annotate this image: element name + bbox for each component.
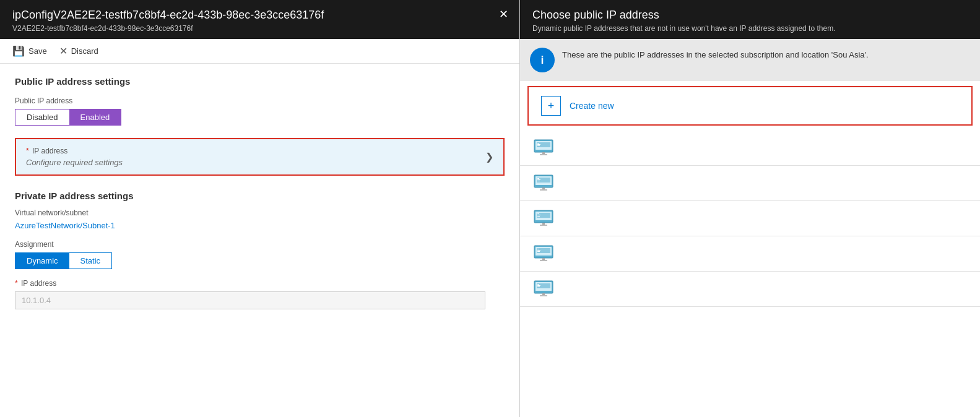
public-ip-field-label: Public IP address	[15, 97, 505, 105]
create-new-label: Create new	[570, 101, 614, 111]
vnet-label: Virtual network/subnet	[15, 208, 505, 217]
resource-icon-1	[532, 137, 555, 159]
list-item[interactable]	[520, 131, 980, 166]
resource-icon-5	[532, 278, 555, 300]
assignment-toggle-group: Dynamic Static	[15, 252, 112, 269]
svg-rect-4	[537, 144, 540, 145]
list-item[interactable]	[520, 201, 980, 236]
svg-rect-19	[537, 213, 539, 214]
assignment-label: Assignment	[15, 240, 505, 249]
svg-rect-27	[537, 249, 539, 249]
left-panel-subtitle: V2AE2E2-testfb7c8bf4-ec2d-433b-98ec-3e3c…	[12, 24, 507, 33]
create-new-row[interactable]: + Create new	[527, 86, 973, 126]
static-toggle-button[interactable]: Static	[69, 253, 112, 269]
svg-rect-20	[537, 215, 540, 215]
right-header: Choose public IP address Dynamic public …	[520, 0, 980, 39]
resource-icon-3	[532, 207, 555, 230]
private-ip-section-title: Private IP address settings	[15, 191, 505, 201]
svg-rect-38	[542, 293, 545, 295]
left-panel-title: ipConfigV2AE2E2-testfb7c8bf4-ec2d-433b-9…	[12, 9, 507, 22]
discard-icon: ✕	[59, 45, 67, 57]
required-star-private: *	[15, 279, 18, 288]
ip-address-row-label: * IP address	[26, 147, 123, 155]
resource-icon-2	[532, 172, 555, 194]
left-panel: ipConfigV2AE2E2-testfb7c8bf4-ec2d-433b-9…	[0, 0, 520, 417]
info-icon: i	[530, 48, 555, 72]
plus-icon: +	[541, 96, 561, 116]
svg-rect-22	[542, 223, 545, 225]
resource-icon-4	[532, 243, 555, 265]
right-panel-subtitle: Dynamic public IP addresses that are not…	[532, 24, 968, 33]
private-ip-input[interactable]	[15, 291, 485, 309]
save-icon: 💾	[12, 45, 25, 57]
info-banner: i These are the public IP addresses in t…	[520, 39, 980, 81]
svg-rect-31	[540, 260, 547, 261]
svg-rect-37	[537, 286, 540, 287]
enabled-toggle-button[interactable]: Enabled	[69, 110, 121, 125]
svg-rect-12	[537, 179, 540, 180]
svg-rect-6	[542, 152, 545, 154]
public-ip-toggle-group: Disabled Enabled	[15, 109, 121, 126]
left-content: Public IP address settings Public IP add…	[0, 64, 519, 417]
ip-address-selector-row[interactable]: * IP address Configure required settings…	[15, 138, 505, 176]
svg-rect-29	[537, 251, 540, 252]
svg-rect-28	[537, 250, 540, 251]
right-panel-title: Choose public IP address	[532, 9, 968, 22]
svg-rect-11	[537, 178, 539, 179]
svg-rect-14	[542, 187, 545, 189]
list-item[interactable]	[520, 272, 980, 307]
disabled-toggle-button[interactable]: Disabled	[15, 110, 69, 125]
svg-rect-23	[540, 225, 547, 226]
chevron-right-icon: ❯	[485, 151, 493, 163]
svg-rect-30	[542, 258, 545, 260]
svg-rect-39	[540, 295, 547, 296]
right-panel: Choose public IP address Dynamic public …	[520, 0, 980, 417]
close-button[interactable]: ✕	[499, 9, 508, 20]
toolbar: 💾 Save ✕ Discard	[0, 39, 519, 64]
svg-rect-7	[540, 154, 547, 155]
svg-rect-21	[537, 216, 540, 217]
dynamic-toggle-button[interactable]: Dynamic	[15, 253, 69, 269]
save-button[interactable]: 💾 Save	[12, 45, 47, 57]
public-ip-section-title: Public IP address settings	[15, 76, 505, 87]
required-star: *	[26, 147, 29, 155]
list-item[interactable]	[520, 236, 980, 272]
svg-rect-36	[537, 285, 540, 286]
right-content: i These are the public IP addresses in t…	[520, 39, 980, 417]
save-label: Save	[28, 46, 47, 56]
discard-button[interactable]: ✕ Discard	[59, 45, 98, 57]
vnet-link[interactable]: AzureTestNetwork/Subnet-1	[15, 221, 505, 230]
svg-rect-35	[537, 284, 539, 285]
ip-address-placeholder: Configure required settings	[26, 158, 123, 167]
left-header: ipConfigV2AE2E2-testfb7c8bf4-ec2d-433b-9…	[0, 0, 519, 39]
svg-rect-13	[537, 181, 540, 181]
ip-address-row-left: * IP address Configure required settings	[26, 147, 123, 167]
info-banner-text: These are the public IP addresses in the…	[562, 48, 869, 59]
svg-rect-5	[537, 145, 540, 146]
private-ip-field-label: * IP address	[15, 279, 505, 288]
discard-label: Discard	[71, 46, 98, 56]
svg-rect-3	[537, 143, 539, 144]
svg-rect-15	[540, 189, 547, 191]
list-item[interactable]	[520, 166, 980, 201]
